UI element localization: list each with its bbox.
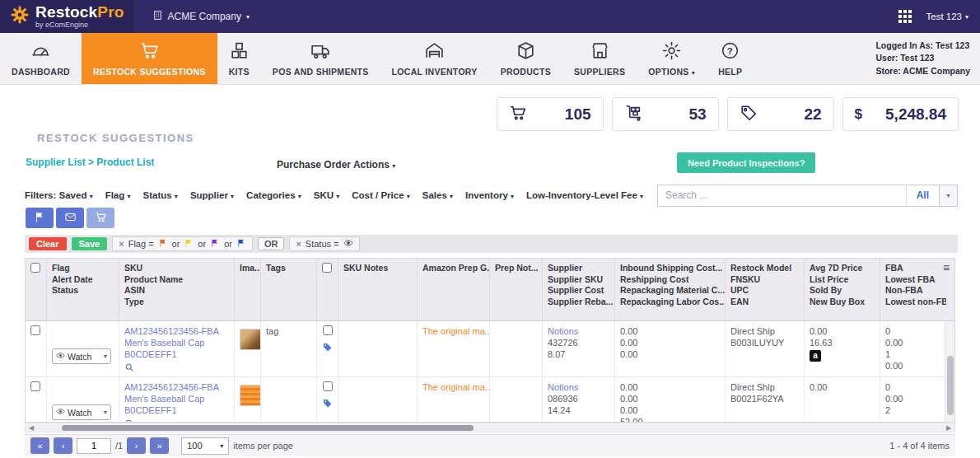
- pagination-bar: « ‹ /1 › » 100▾ items per page 1 - 4 of …: [25, 434, 955, 456]
- save-filters-button[interactable]: Save: [72, 237, 108, 250]
- column-header-fba[interactable]: FBALowest FBANon-FBALowest non-FB...: [880, 259, 946, 320]
- note-checkbox[interactable]: [323, 381, 333, 391]
- eye-icon: [343, 238, 353, 250]
- supplier-link[interactable]: Notions: [548, 381, 609, 393]
- note-checkbox[interactable]: [323, 325, 333, 335]
- supplier-link[interactable]: Notions: [548, 325, 609, 337]
- nav-help[interactable]: ? HELP: [707, 33, 754, 84]
- filter-sales[interactable]: Sales ▾: [422, 190, 453, 200]
- nav-products[interactable]: PRODUCTS: [489, 33, 562, 84]
- horizontal-scrollbar[interactable]: ◀ ▶: [25, 423, 955, 432]
- product-image[interactable]: [240, 329, 261, 350]
- search-input[interactable]: [658, 189, 906, 201]
- notes-select-all-checkbox[interactable]: [322, 263, 332, 273]
- chevron-down-icon: ▾: [246, 13, 250, 21]
- status-filter-chip[interactable]: × Status =: [289, 236, 359, 251]
- sku-link[interactable]: AM123456123456-FBA: [124, 325, 229, 337]
- column-header-image[interactable]: Ima...: [235, 259, 261, 320]
- horizontal-scrollbar-thumb[interactable]: [62, 425, 474, 431]
- filter-status[interactable]: Status ▾: [143, 190, 178, 200]
- cart-filter-button[interactable]: [86, 208, 114, 228]
- filter-inventory[interactable]: Inventory ▾: [465, 190, 514, 200]
- row-checkbox[interactable]: [30, 325, 40, 335]
- column-header-sku[interactable]: SKUProduct NameASINType: [119, 259, 235, 320]
- filter-categories[interactable]: Categories ▾: [246, 190, 301, 200]
- asin-link[interactable]: B0CDEEFF1: [124, 348, 229, 360]
- column-header-amazon-prep[interactable]: Amazon Prep G...: [418, 259, 490, 320]
- filter-saved[interactable]: Filters: Saved ▾: [25, 190, 93, 200]
- items-range-label: 1 - 4 of 4 items: [889, 441, 950, 451]
- flag-filter-button[interactable]: [26, 208, 54, 228]
- user-menu[interactable]: Test 123▾: [926, 12, 969, 21]
- remove-chip-icon[interactable]: ×: [119, 239, 124, 249]
- column-header-tags[interactable]: Tags: [261, 259, 317, 320]
- filter-sku[interactable]: SKU ▾: [314, 190, 340, 200]
- nav-pos-shipments[interactable]: POS AND SHIPMENTS: [261, 33, 380, 84]
- breadcrumb[interactable]: Supplier List > Product List: [26, 157, 154, 168]
- or-operator-chip[interactable]: OR: [258, 237, 285, 250]
- apps-grid-icon[interactable]: [898, 10, 912, 23]
- clear-filters-button[interactable]: Clear: [29, 237, 67, 250]
- brand-name: RestockPro: [35, 4, 124, 20]
- nav-restock-suggestions[interactable]: RESTOCK SUGGESTIONS: [82, 33, 217, 84]
- stat-tags[interactable]: 22: [727, 97, 834, 131]
- page-number-input[interactable]: [77, 438, 111, 454]
- column-menu-icon[interactable]: ≡: [940, 262, 953, 273]
- company-selector[interactable]: ACME Company ▾: [152, 10, 250, 23]
- scroll-left-icon[interactable]: ◀: [26, 424, 37, 432]
- filter-cost-price[interactable]: Cost / Price ▾: [352, 190, 410, 200]
- stat-tags-value: 22: [771, 105, 822, 124]
- stat-total-value[interactable]: $ 5,248.84: [842, 97, 959, 131]
- nav-dashboard[interactable]: DASHBOARD: [0, 33, 82, 84]
- amazon-prep-text[interactable]: The original ma...: [422, 382, 490, 392]
- prep-notes-cell: [490, 377, 543, 423]
- row-checkbox[interactable]: [30, 381, 40, 391]
- nav-local-inventory[interactable]: LOCAL INVENTORY: [380, 33, 489, 84]
- filter-flag[interactable]: Flag ▾: [105, 190, 131, 200]
- filter-low-inventory-fee[interactable]: Low-Inventory-Level Fee ▾: [526, 190, 643, 200]
- storefront-icon: [590, 40, 610, 63]
- search-scope-all[interactable]: All: [906, 185, 939, 206]
- column-header-restock-model[interactable]: Restock ModelFNSKUUPCEAN: [726, 259, 805, 320]
- need-inspections-button[interactable]: Need Product Inspections?: [677, 152, 815, 173]
- column-header-supplier[interactable]: SupplierSupplier SKUSupplier CostSupplie…: [543, 259, 615, 320]
- nav-kits[interactable]: KITS: [217, 33, 261, 84]
- nav-suppliers[interactable]: SUPPLIERS: [562, 33, 637, 84]
- filter-supplier[interactable]: Supplier ▾: [190, 190, 234, 200]
- magnifier-icon[interactable]: [124, 362, 229, 375]
- remove-chip-icon[interactable]: ×: [296, 239, 301, 249]
- product-image[interactable]: [240, 385, 261, 406]
- nav-options[interactable]: OPTIONS ▾: [637, 33, 707, 84]
- vertical-scrollbar[interactable]: [945, 321, 954, 422]
- company-name: ACME Company: [168, 11, 241, 22]
- app-logo[interactable]: RestockPro by eComEngine: [0, 0, 134, 33]
- scroll-right-icon[interactable]: ▶: [943, 424, 954, 432]
- tag-icon[interactable]: [322, 342, 333, 355]
- page-size-select[interactable]: 100▾: [181, 437, 229, 455]
- column-header-price[interactable]: Avg 7D PriceList PriceSold ByNew Buy Box: [805, 259, 880, 320]
- amazon-prep-text[interactable]: The original ma...: [422, 326, 490, 336]
- tag-icon[interactable]: [322, 398, 333, 411]
- status-select[interactable]: Watch ▾: [52, 404, 111, 420]
- select-all-checkbox[interactable]: [30, 263, 40, 273]
- search-scope-caret[interactable]: ▾: [939, 185, 957, 206]
- prev-page-button[interactable]: ‹: [54, 437, 72, 454]
- next-page-button[interactable]: ›: [127, 437, 146, 454]
- envelope-filter-button[interactable]: [56, 208, 84, 228]
- stat-cart[interactable]: 105: [497, 97, 604, 131]
- product-name-link[interactable]: Men's Baseball Cap: [124, 337, 229, 348]
- column-header-inbound-costs[interactable]: Inbound Shipping Cost...Reshipping CostR…: [615, 259, 726, 320]
- first-page-button[interactable]: «: [30, 437, 49, 454]
- purchase-order-actions-dropdown[interactable]: Purchase Order Actions ▾: [277, 159, 395, 171]
- flag-filter-chip[interactable]: × Flag = or or or: [112, 236, 253, 251]
- asin-link[interactable]: B0CDEEFF1: [124, 404, 229, 416]
- status-select[interactable]: Watch ▾: [52, 348, 111, 364]
- product-name-link[interactable]: Men's Baseball Cap: [124, 393, 229, 404]
- column-header-sku-notes[interactable]: SKU Notes: [338, 259, 418, 320]
- stat-shipments[interactable]: 53: [612, 97, 719, 131]
- column-header-prep-notes[interactable]: Prep Not...: [490, 259, 543, 320]
- column-header-flag[interactable]: FlagAlert DateStatus: [47, 259, 119, 320]
- last-page-button[interactable]: »: [150, 437, 169, 454]
- vertical-scrollbar-thumb[interactable]: [947, 356, 954, 415]
- sku-link[interactable]: AM123456123456-FBA: [124, 381, 229, 393]
